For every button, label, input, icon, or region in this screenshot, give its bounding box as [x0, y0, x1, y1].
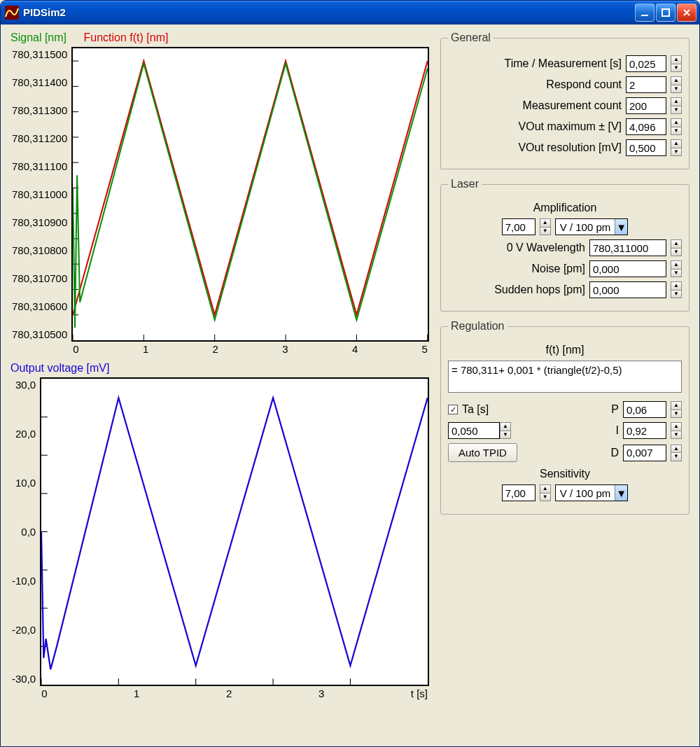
axis-tick: 780,311300 [12, 104, 67, 116]
chart1-title: Signal [nm] Function f(t) [nm] [10, 32, 429, 44]
svg-rect-0 [641, 15, 648, 16]
amp-unit-select[interactable]: V / 100 pm ▼ [555, 218, 629, 235]
axis-tick: -10,0 [12, 575, 36, 587]
i-label: I [616, 424, 619, 437]
p-spinner[interactable]: ▲▼ [671, 401, 682, 418]
regulation-group: Regulation f(t) [nm] = 780,311+ 0,001 * … [440, 320, 690, 515]
axis-tick: 780,310800 [12, 244, 67, 256]
ft-label: f(t) [nm] [545, 344, 584, 356]
auto-tpid-button[interactable]: Auto TPID [448, 443, 517, 462]
p-input[interactable]: 0,06 [623, 401, 666, 418]
sens-label: Sensitivity [540, 468, 590, 480]
i-spinner[interactable]: ▲▼ [671, 422, 682, 439]
vout-max-input[interactable]: 4,096 [626, 118, 666, 135]
axis-tick: 780,310500 [12, 328, 67, 340]
vout-res-input[interactable]: 0,500 [626, 139, 666, 156]
ta-input[interactable]: 0,050 [448, 422, 500, 439]
ta-label: Ta [s] [462, 403, 489, 416]
i-input[interactable]: 0,92 [623, 422, 666, 439]
noise-label: Noise [pm] [532, 263, 585, 275]
window-buttons [635, 4, 696, 22]
chart2-yaxis: 30,020,010,00,0-10,0-20,0-30,0 [10, 377, 37, 686]
meas-count-label: Measurement count [523, 99, 622, 112]
axis-tick: 780,310900 [12, 216, 67, 228]
maximize-button[interactable] [656, 4, 676, 22]
d-label: D [610, 447, 619, 459]
time-meas-input[interactable]: 0,025 [626, 55, 666, 72]
dropdown-icon[interactable]: ▼ [615, 485, 627, 501]
titlebar[interactable]: PIDSim2 [1, 1, 699, 25]
noise-input[interactable]: 0,000 [589, 260, 666, 277]
axis-tick: 780,311500 [12, 48, 67, 60]
sens-input[interactable]: 7,00 [502, 484, 536, 501]
minimize-button[interactable] [635, 4, 654, 22]
axis-tick: t [s] [411, 687, 428, 699]
hops-label: Sudden hops [pm] [494, 284, 585, 296]
amp-input[interactable]: 7,00 [502, 218, 536, 235]
vout-max-spinner[interactable]: ▲▼ [671, 118, 682, 135]
general-group: General Time / Measurement [s] 0,025 ▲▼ … [440, 32, 690, 169]
sens-unit-value: V / 100 pm [556, 485, 615, 501]
dropdown-icon[interactable]: ▼ [615, 219, 627, 235]
axis-tick: 10,0 [12, 477, 36, 489]
respond-count-input[interactable]: 2 [626, 76, 666, 93]
axis-tick: 0,0 [12, 526, 36, 538]
axis-tick: 0 [41, 687, 47, 699]
amp-label: Amplification [533, 202, 597, 214]
spinner-down-icon[interactable]: ▼ [671, 64, 682, 73]
svg-rect-1 [662, 9, 669, 16]
respond-count-label: Respond count [546, 78, 622, 91]
time-meas-spinner[interactable]: ▲▼ [671, 55, 682, 72]
client-area: Signal [nm] Function f(t) [nm] 780,31150… [1, 25, 699, 746]
chart2-voltage-title: Output voltage [mV] [10, 362, 109, 374]
hops-spinner[interactable]: ▲▼ [671, 281, 682, 298]
wl0-input[interactable]: 780,311000 [589, 239, 666, 256]
chart1-xaxis: 012345 [71, 342, 429, 355]
ft-expression-input[interactable]: = 780,311+ 0,001 * (triangle(t/2)-0,5) [448, 361, 682, 393]
noise-spinner[interactable]: ▲▼ [671, 260, 682, 277]
close-button[interactable] [677, 4, 696, 22]
axis-tick: 780,311200 [12, 132, 67, 144]
sens-unit-select[interactable]: V / 100 pm ▼ [555, 484, 629, 501]
axis-tick: 2 [213, 343, 218, 355]
axis-tick: 780,310700 [12, 272, 67, 284]
spinner-up-icon[interactable]: ▲ [671, 55, 682, 64]
ta-checkbox[interactable]: ✓ [448, 405, 458, 414]
axis-tick: 4 [352, 343, 358, 355]
axis-tick: 1 [143, 343, 148, 355]
voltage-chart-block: Output voltage [mV] 30,020,010,00,0-10,0… [10, 362, 429, 699]
amp-spinner[interactable]: ▲▼ [540, 218, 551, 235]
vout-res-label: VOut resolution [mV] [518, 141, 622, 154]
axis-tick: 3 [282, 343, 288, 355]
axis-tick: -30,0 [12, 673, 36, 685]
meas-count-spinner[interactable]: ▲▼ [671, 97, 682, 114]
sens-spinner[interactable]: ▲▼ [540, 484, 551, 501]
wl0-spinner[interactable]: ▲▼ [671, 239, 682, 256]
time-meas-label: Time / Measurement [s] [505, 57, 622, 70]
axis-tick: 780,310600 [12, 300, 67, 312]
charts-column: Signal [nm] Function f(t) [nm] 780,31150… [10, 32, 429, 738]
laser-legend: Laser [448, 178, 482, 190]
axis-tick: 20,0 [12, 428, 36, 440]
meas-count-input[interactable]: 200 [626, 97, 666, 114]
d-input[interactable]: 0,007 [623, 445, 666, 461]
window-title: PIDSim2 [23, 6, 631, 18]
app-icon [5, 6, 19, 20]
respond-count-spinner[interactable]: ▲▼ [671, 76, 682, 93]
vout-max-label: VOut maximum ± [V] [519, 120, 622, 133]
axis-tick: 1 [134, 687, 139, 699]
panels-column: General Time / Measurement [s] 0,025 ▲▼ … [439, 32, 691, 738]
chart2-plot [40, 377, 429, 686]
ta-spinner[interactable]: ▲▼ [500, 422, 511, 439]
vout-res-spinner[interactable]: ▲▼ [671, 139, 682, 156]
axis-tick: -20,0 [12, 624, 36, 636]
hops-input[interactable]: 0,000 [589, 281, 666, 298]
axis-tick: 3 [318, 687, 324, 699]
axis-tick: 5 [422, 343, 428, 355]
chart2-xaxis: 0123t [s] [40, 686, 429, 699]
axis-tick: 30,0 [12, 379, 36, 391]
regulation-legend: Regulation [448, 320, 507, 333]
d-spinner[interactable]: ▲▼ [671, 445, 682, 461]
general-legend: General [448, 32, 493, 44]
chart1-yaxis: 780,311500780,311400780,311300780,311200… [10, 47, 69, 342]
